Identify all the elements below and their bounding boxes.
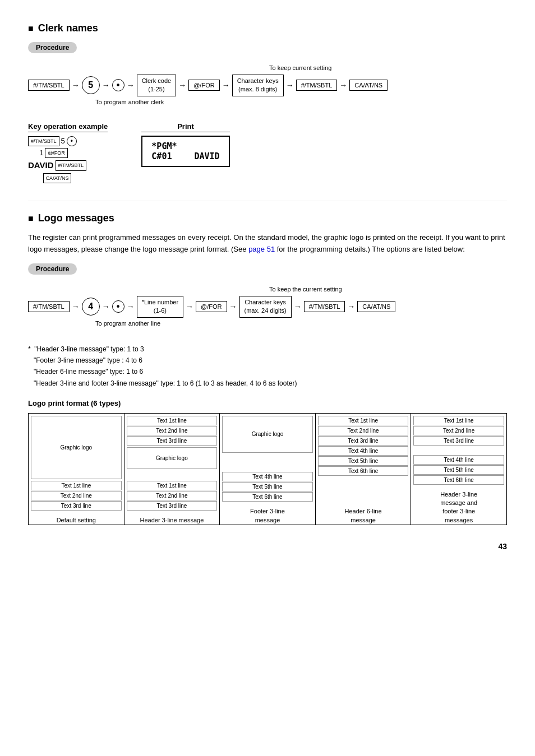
clerk-names-section: Clerk names Procedure To keep current se…	[28, 22, 507, 184]
clerk-flow-row: #/TM/SBTL → 5 → • → Clerk code(1-25) → @…	[28, 75, 507, 96]
flow-box-char-keys-1: Character keys(max. 8 digits)	[232, 75, 284, 96]
text-line-5d: Text 5th line	[318, 456, 409, 466]
section-divider	[28, 201, 507, 201]
logo-type-4: Text 1st line Text 2nd line Text 3rd lin…	[316, 413, 412, 525]
key-david: DAVID	[28, 159, 54, 172]
page-link[interactable]: page 51	[248, 245, 275, 253]
flow-box-hashtm-4: #/TM/SBTL	[304, 301, 345, 312]
key-seq-row-3: DAVID #/TM/SBTL	[28, 159, 86, 172]
graphic-logo-3: Graphic logo	[222, 416, 313, 452]
key-atfor-small: @/FOR	[45, 148, 68, 158]
flow-label-another-clerk: To program another clerk	[95, 99, 507, 105]
logo-messages-section: Logo messages The register can print pro…	[28, 212, 507, 525]
text-line-1d: Text 1st line	[318, 416, 409, 425]
logo-print-title: Logo print format (6 types)	[28, 399, 507, 407]
logo-caption-4: Header 6-linemessage	[316, 507, 411, 525]
text-line-5c: Text 5th line	[222, 482, 313, 491]
flow-circle-4: 4	[82, 298, 100, 316]
key-seq-row-4: CA/AT/NS	[28, 172, 71, 184]
logo-caption-5: Header 3-linemessage andfooter 3-linemes…	[411, 490, 506, 525]
arrow-8: →	[72, 302, 80, 311]
flow-dot-2: •	[112, 300, 124, 313]
key-operation-box: Key operation example #/TM/SBTL 5 • 1 @/…	[28, 122, 108, 184]
arrow-14: →	[347, 302, 355, 311]
print-box: *PGM* C#01 DAVID	[141, 136, 229, 167]
flow-box-line-number: *Line number(1-6)	[137, 296, 183, 318]
text-line-4e: Text 4th line	[413, 455, 504, 465]
text-line-2a: Text 2nd line	[31, 491, 122, 500]
key-spacer	[39, 172, 41, 184]
flow-box-caatns-2: CA/AT/NS	[357, 301, 395, 312]
logo-type-5: Text 1st line Text 2nd line Text 3rd lin…	[411, 413, 507, 525]
flow-dot-1: •	[112, 79, 124, 91]
arrow-13: →	[294, 302, 302, 311]
arrow-4: →	[178, 81, 186, 90]
text-line-3d: Text 3rd line	[318, 436, 409, 446]
arrow-3: →	[127, 81, 135, 90]
key-5: 5	[61, 136, 65, 147]
arrow-7: →	[339, 81, 347, 90]
text-line-4d: Text 4th line	[318, 446, 409, 456]
note-3: "Header 6-line message" type: 1 to 6	[28, 366, 507, 377]
key-print-row-1: Key operation example #/TM/SBTL 5 • 1 @/…	[28, 122, 507, 184]
key-caatns-small: CA/AT/NS	[43, 173, 72, 183]
key-op-title: Key operation example	[28, 122, 108, 132]
clerk-names-title: Clerk names	[28, 22, 507, 34]
logo-type-2: Text 1st line Text 2nd line Text 3rd lin…	[124, 413, 220, 525]
text-line-6c: Text 6th line	[222, 492, 313, 502]
flow-box-clerk-code: Clerk code(1-25)	[137, 75, 177, 96]
text-line-2e: Text 2nd line	[413, 426, 504, 435]
text-line-1e: Text 1st line	[413, 416, 504, 425]
flow-box-caatns-1: CA/AT/NS	[349, 80, 388, 91]
logo-description: The register can print programmed messag…	[28, 232, 507, 256]
logo-flow-row: #/TM/SBTL → 4 → • → *Line number(1-6) → …	[28, 296, 507, 318]
flow-label-keep-current-2: To keep the current setting	[269, 286, 342, 293]
text-line-3a: Text 3rd line	[31, 501, 122, 511]
logo-caption-2: Header 3-line message	[124, 516, 220, 525]
logo-type-3: Graphic logo Text 4th line Text 5th line…	[220, 413, 316, 525]
page-number: 43	[28, 542, 507, 551]
logo-messages-title: Logo messages	[28, 212, 507, 224]
text-line-2b: Text 2nd line	[127, 426, 218, 435]
arrow-12: →	[229, 302, 237, 311]
key-hashtm-small: #/TM/SBTL	[28, 136, 59, 146]
text-line-1b: Text 1st line	[127, 416, 218, 425]
arrow-11: →	[186, 302, 193, 311]
logo-caption-1: Default setting	[29, 516, 124, 525]
graphic-logo-2: Graphic logo	[127, 447, 218, 469]
print-title: Print	[141, 122, 229, 132]
text-line-3e: Text 3rd line	[413, 436, 504, 446]
logo-caption-3: Footer 3-linemessage	[220, 507, 315, 525]
procedure-badge-2: Procedure	[28, 263, 77, 275]
arrow-6: →	[286, 81, 294, 90]
text-line-1a: Text 1st line	[31, 481, 122, 490]
text-line-2d: Text 2nd line	[318, 426, 409, 435]
print-line2: C#01 DAVID	[151, 151, 219, 161]
note-1: * "Header 3-line message" type: 1 to 3	[28, 344, 507, 355]
text-line-3b: Text 3rd line	[127, 436, 218, 446]
key-seq-row-2: 1 @/FOR	[28, 147, 68, 159]
arrow-1: →	[72, 81, 80, 90]
text-line-6e: Text 6th line	[413, 475, 504, 485]
arrow-5: →	[222, 81, 230, 90]
procedure-badge-1: Procedure	[28, 42, 77, 53]
graphic-logo-1: Graphic logo	[31, 416, 122, 479]
text-line-3c: Text 3rd line	[127, 501, 218, 511]
arrow-9: →	[102, 302, 110, 311]
flow-box-atfor-2: @/FOR	[196, 301, 227, 312]
key-hashtm-small-2: #/TM/SBTL	[56, 160, 87, 170]
flow-label-another-line: To program another line	[95, 320, 507, 327]
flow-box-char-keys-2: Character keys(max. 24 digits)	[239, 296, 292, 318]
text-line-4c: Text 4th line	[222, 472, 313, 481]
text-line-1c: Text 1st line	[127, 481, 218, 490]
clerk-names-flow-section: Procedure To keep current setting #/TM/S…	[28, 42, 507, 105]
print-box-wrapper: Print *PGM* C#01 DAVID	[141, 122, 229, 167]
flow-box-atfor-1: @/FOR	[188, 80, 219, 91]
text-line-6d: Text 6th line	[318, 466, 409, 476]
flow-circle-5: 5	[82, 76, 100, 94]
flow-label-keep-current-1: To keep current setting	[269, 64, 331, 71]
flow-box-hashtm-2: #/TM/SBTL	[296, 80, 338, 91]
text-line-2c: Text 2nd line	[127, 491, 218, 500]
note-2: "Footer 3-line message" type : 4 to 6	[28, 355, 507, 366]
arrow-10: →	[127, 302, 135, 311]
